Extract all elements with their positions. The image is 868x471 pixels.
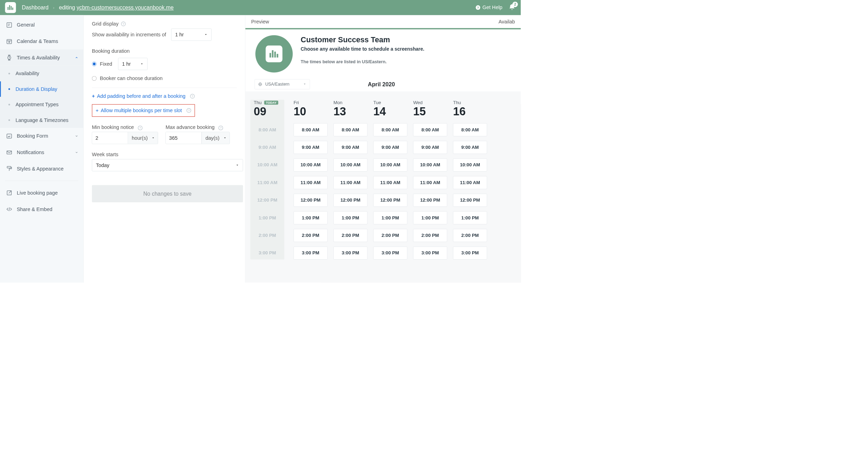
time-slot[interactable]: 3:00 PM [333, 247, 367, 260]
min-notice-field: hour(s) [92, 132, 158, 144]
help-circle-icon[interactable]: ? [186, 108, 191, 113]
time-slot[interactable]: 1:00 PM [293, 211, 327, 224]
preview-tab[interactable]: Preview [251, 19, 269, 25]
time-slot[interactable]: 8:00 AM [453, 123, 487, 136]
sidebar-label: Live booking page [17, 190, 58, 196]
time-slot[interactable]: 8:00 AM [413, 123, 447, 136]
topbar: Dashboard editing ycbm-customersuccess.y… [0, 0, 521, 15]
sidebar-sub-availability[interactable]: Availability [0, 66, 83, 81]
time-slot[interactable]: 12:00 PM [453, 194, 487, 206]
sidebar-sub-appointment-types[interactable]: Appointment Types [0, 97, 83, 112]
help-circle-icon[interactable]: ? [190, 94, 194, 99]
time-slot[interactable]: 2:00 PM [453, 229, 487, 242]
time-slot[interactable]: 10:00 AM [413, 159, 447, 172]
day-number: 14 [373, 106, 407, 117]
time-slot[interactable]: 11:00 AM [453, 176, 487, 189]
notifications-bell[interactable]: 2 [508, 3, 516, 12]
sidebar-item-calendar-teams[interactable]: Calendar & Teams [0, 33, 83, 50]
help-circle-icon[interactable]: ? [121, 22, 126, 26]
today-badge: TODAY [264, 101, 278, 104]
time-slot[interactable]: 10:00 AM [373, 159, 407, 172]
max-advance-unit-select[interactable]: day(s) [201, 132, 229, 144]
time-slot[interactable]: 11:00 AM [293, 176, 327, 189]
general-icon [5, 22, 13, 28]
min-notice-input[interactable] [92, 132, 128, 144]
booker-choose-radio[interactable]: Booker can choose duration [92, 75, 237, 81]
sidebar-item-live-page[interactable]: Live booking page [0, 185, 83, 201]
time-slot: 10:00 AM [253, 159, 282, 172]
sidebar-label: Language & Timezones [15, 117, 68, 123]
time-slot[interactable]: 1:00 PM [413, 211, 447, 224]
week-starts-label: Week starts [92, 152, 237, 158]
increments-label: Show availability in increments of [92, 32, 166, 38]
breadcrumb-dashboard[interactable]: Dashboard [22, 4, 48, 11]
time-slot[interactable]: 8:00 AM [373, 123, 407, 136]
timezone-select[interactable]: USA/Eastern [255, 79, 310, 89]
add-padding-link[interactable]: + Add padding before and after a booking… [92, 93, 237, 99]
time-slot[interactable]: 9:00 AM [293, 141, 327, 154]
availability-tab[interactable]: Availab [498, 19, 515, 25]
time-slot[interactable]: 3:00 PM [413, 247, 447, 260]
time-slot[interactable]: 11:00 AM [333, 176, 367, 189]
code-icon [5, 206, 13, 212]
help-circle-icon: ? [475, 5, 481, 10]
sidebar-item-notifications[interactable]: Notifications [0, 144, 83, 161]
time-slot[interactable]: 10:00 AM [333, 159, 367, 172]
time-slot[interactable]: 3:00 PM [373, 247, 407, 260]
fixed-duration-select[interactable]: 1 hr [118, 58, 148, 70]
sidebar-sub-duration-display[interactable]: Duration & Display [0, 81, 83, 97]
chevron-down-icon [75, 150, 78, 155]
time-slot[interactable]: 1:00 PM [453, 211, 487, 224]
breadcrumb: Dashboard editing ycbm-customersuccess.y… [22, 4, 173, 11]
help-circle-icon[interactable]: ? [138, 125, 142, 130]
fixed-duration-radio[interactable]: Fixed 1 hr [92, 58, 237, 70]
time-slot[interactable]: 9:00 AM [413, 141, 447, 154]
time-slot[interactable]: 10:00 AM [293, 159, 327, 172]
time-slot[interactable]: 12:00 PM [373, 194, 407, 206]
sidebar-item-booking-form[interactable]: Booking Form [0, 128, 83, 144]
week-starts-select[interactable]: Today [92, 159, 243, 171]
time-slot[interactable]: 12:00 PM [333, 194, 367, 206]
allow-multiple-bookings-link[interactable]: + Allow multiple bookings per time slot … [92, 104, 195, 117]
day-of-week: Mon [333, 100, 367, 106]
help-circle-icon[interactable]: ? [219, 125, 223, 130]
calendar-day-column: Fri108:00 AM9:00 AM10:00 AM11:00 AM12:00… [293, 100, 327, 260]
caret-down-icon [151, 135, 155, 141]
time-slot[interactable]: 8:00 AM [333, 123, 367, 136]
time-slot[interactable]: 12:00 PM [413, 194, 447, 206]
time-slot[interactable]: 9:00 AM [373, 141, 407, 154]
get-help-link[interactable]: ? Get Help [475, 5, 502, 10]
caret-down-icon [223, 135, 227, 141]
min-notice-unit-select[interactable]: hour(s) [128, 132, 158, 144]
booking-url-link[interactable]: ycbm-customersuccess.youcanbook.me [77, 4, 173, 10]
time-slot[interactable]: 8:00 AM [293, 123, 327, 136]
time-slot[interactable]: 3:00 PM [293, 247, 327, 260]
time-slot[interactable]: 2:00 PM [373, 229, 407, 242]
time-slot[interactable]: 2:00 PM [413, 229, 447, 242]
time-slot[interactable]: 1:00 PM [373, 211, 407, 224]
time-slot[interactable]: 12:00 PM [293, 194, 327, 206]
time-slot: 8:00 AM [253, 123, 282, 136]
time-slot[interactable]: 11:00 AM [413, 176, 447, 189]
time-slot[interactable]: 9:00 AM [453, 141, 487, 154]
time-slot: 11:00 AM [253, 176, 282, 189]
time-slot[interactable]: 11:00 AM [373, 176, 407, 189]
time-slot[interactable]: 10:00 AM [453, 159, 487, 172]
time-slot[interactable]: 2:00 PM [333, 229, 367, 242]
avatar-logo-icon [266, 45, 283, 62]
sidebar-item-share-embed[interactable]: Share & Embed [0, 201, 83, 217]
time-slot[interactable]: 2:00 PM [293, 229, 327, 242]
sidebar-item-times-availability[interactable]: Times & Availability [0, 50, 83, 66]
svg-rect-17 [7, 166, 11, 168]
svg-rect-14 [8, 59, 10, 60]
max-advance-input[interactable] [166, 132, 201, 144]
sidebar-label: Appointment Types [15, 102, 58, 108]
app-logo[interactable] [5, 2, 16, 13]
sidebar-sub-language-timezones[interactable]: Language & Timezones [0, 113, 83, 128]
sidebar-item-styles-appearance[interactable]: Styles & Appearance [0, 161, 83, 177]
time-slot[interactable]: 1:00 PM [333, 211, 367, 224]
time-slot[interactable]: 9:00 AM [333, 141, 367, 154]
sidebar-item-general[interactable]: General [0, 17, 83, 33]
time-slot[interactable]: 3:00 PM [453, 247, 487, 260]
increments-select[interactable]: 1 hr [171, 29, 211, 41]
